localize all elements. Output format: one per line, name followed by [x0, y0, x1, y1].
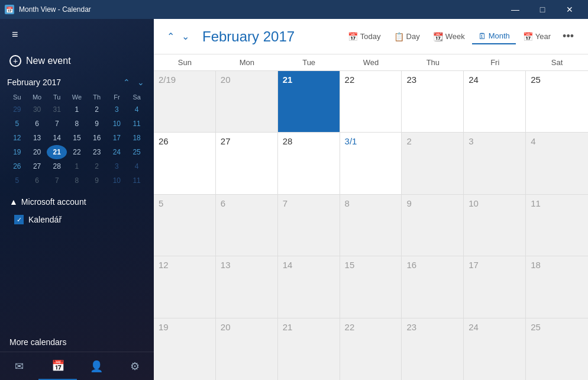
mini-cal-day[interactable]: 11	[127, 117, 147, 131]
mini-cal-day[interactable]: 29	[7, 102, 27, 117]
cal-cell[interactable]: 15	[340, 256, 402, 317]
cal-cell[interactable]: 18	[526, 256, 588, 317]
mini-cal-day[interactable]: 11	[127, 173, 147, 188]
cal-cell[interactable]: 25	[526, 318, 588, 380]
cal-cell[interactable]: 23	[402, 71, 464, 132]
cal-cell[interactable]: 2/19	[154, 71, 216, 132]
mini-cal-day[interactable]: 26	[7, 159, 27, 173]
mini-cal-day[interactable]: 13	[27, 131, 47, 145]
mini-cal-day[interactable]: 14	[47, 131, 67, 145]
more-calendars[interactable]: More calendars	[0, 333, 154, 352]
mini-cal-day[interactable]: 4	[127, 159, 147, 173]
cal-day-number: 5	[159, 198, 211, 208]
mini-cal-day[interactable]: 31	[47, 102, 67, 117]
mini-cal-day[interactable]: 2	[87, 102, 107, 117]
mini-cal-day[interactable]: 2	[87, 159, 107, 173]
mini-cal-day[interactable]: 6	[27, 117, 47, 131]
cal-cell[interactable]: 21	[278, 71, 340, 132]
cal-cell[interactable]: 27	[216, 133, 278, 194]
cal-cell[interactable]: 26	[154, 133, 216, 194]
cal-cell[interactable]: 22	[340, 318, 402, 380]
mini-cal-day[interactable]: 25	[127, 145, 147, 159]
mini-cal-day[interactable]: 8	[67, 117, 87, 131]
cal-cell[interactable]: 19	[154, 318, 216, 380]
mini-cal-day[interactable]: 4	[127, 102, 147, 117]
settings-nav-button[interactable]: ⚙	[115, 352, 154, 380]
mini-cal-day[interactable]: 7	[47, 173, 67, 188]
cal-cell[interactable]: 22	[340, 71, 402, 132]
close-button[interactable]: ✕	[556, 0, 583, 19]
people-nav-button[interactable]: 👤	[77, 352, 115, 380]
mini-cal-day[interactable]: 3	[107, 102, 127, 117]
mini-cal-day[interactable]: 5	[7, 117, 27, 131]
mini-cal-day[interactable]: 3	[107, 159, 127, 173]
cal-cell[interactable]: 20	[216, 318, 278, 380]
mini-cal-day[interactable]: 23	[87, 145, 107, 159]
cal-cell[interactable]: 9	[402, 195, 464, 256]
mini-cal-day[interactable]: 10	[107, 173, 127, 188]
day-view-button[interactable]: 📋 Day	[388, 30, 426, 44]
cal-cell[interactable]: 24	[464, 71, 526, 132]
cal-cell[interactable]: 12	[154, 256, 216, 317]
cal-cell[interactable]: 13	[216, 256, 278, 317]
cal-cell[interactable]: 7	[278, 195, 340, 256]
mini-cal-day[interactable]: 17	[107, 131, 127, 145]
mini-cal-day[interactable]: 16	[87, 131, 107, 145]
cal-cell[interactable]: 6	[216, 195, 278, 256]
mini-cal-prev-button[interactable]: ⌃	[121, 76, 133, 88]
mini-cal-day[interactable]: 10	[107, 117, 127, 131]
mini-cal-day[interactable]: 1	[67, 159, 87, 173]
cal-cell[interactable]: 3/1	[340, 133, 402, 194]
more-options-button[interactable]: •••	[558, 28, 579, 45]
cal-cell[interactable]: 10	[464, 195, 526, 256]
month-view-button[interactable]: 🗓 Month	[472, 29, 516, 44]
prev-button[interactable]: ⌃	[163, 28, 178, 44]
cal-cell[interactable]: 16	[402, 256, 464, 317]
mini-cal-day[interactable]: 1	[67, 102, 87, 117]
cal-cell[interactable]: 17	[464, 256, 526, 317]
minimize-button[interactable]: —	[502, 0, 529, 19]
cal-cell[interactable]: 28	[278, 133, 340, 194]
mini-cal-day[interactable]: 27	[27, 159, 47, 173]
accounts-header[interactable]: ▲ Microsoft account	[9, 197, 144, 207]
cal-cell[interactable]: 5	[154, 195, 216, 256]
maximize-button[interactable]: □	[529, 0, 556, 19]
hamburger-button[interactable]: ≡	[7, 24, 23, 46]
mini-cal-day[interactable]: 30	[27, 102, 47, 117]
mini-cal-day[interactable]: 8	[67, 173, 87, 188]
mini-cal-day[interactable]: 19	[7, 145, 27, 159]
cal-cell[interactable]: 11	[526, 195, 588, 256]
mini-cal-day[interactable]: 28	[47, 159, 67, 173]
cal-cell[interactable]: 2	[402, 133, 464, 194]
mini-cal-day[interactable]: 20	[27, 145, 47, 159]
mini-cal-day[interactable]: 22	[67, 145, 87, 159]
next-button[interactable]: ⌄	[178, 28, 193, 44]
mini-cal-day[interactable]: 9	[87, 173, 107, 188]
mini-cal-next-button[interactable]: ⌄	[135, 76, 147, 88]
cal-cell[interactable]: 21	[278, 318, 340, 380]
mail-nav-button[interactable]: ✉	[0, 352, 38, 380]
cal-cell[interactable]: 20	[216, 71, 278, 132]
mini-cal-day[interactable]: 9	[87, 117, 107, 131]
today-button[interactable]: 📅 Today	[342, 30, 387, 44]
cal-cell[interactable]: 14	[278, 256, 340, 317]
cal-cell[interactable]: 24	[464, 318, 526, 380]
calendar-checkbox[interactable]: ✓	[14, 215, 24, 224]
cal-cell[interactable]: 25	[526, 71, 588, 132]
cal-cell[interactable]: 3	[464, 133, 526, 194]
year-view-button[interactable]: 📅 Year	[517, 30, 557, 44]
cal-cell[interactable]: 8	[340, 195, 402, 256]
cal-cell[interactable]: 4	[526, 133, 588, 194]
mini-cal-day[interactable]: 15	[67, 131, 87, 145]
mini-cal-day[interactable]: 18	[127, 131, 147, 145]
mini-cal-day[interactable]: 7	[47, 117, 67, 131]
calendar-nav-button[interactable]: 📅	[38, 352, 77, 380]
mini-cal-day[interactable]: 5	[7, 173, 27, 188]
mini-cal-day[interactable]: 6	[27, 173, 47, 188]
cal-cell[interactable]: 23	[402, 318, 464, 380]
mini-cal-day[interactable]: 24	[107, 145, 127, 159]
mini-cal-day[interactable]: 12	[7, 131, 27, 145]
new-event-button[interactable]: + New event	[9, 53, 144, 69]
week-view-button[interactable]: 📆 Week	[427, 30, 471, 44]
mini-cal-day[interactable]: 21	[47, 145, 67, 159]
